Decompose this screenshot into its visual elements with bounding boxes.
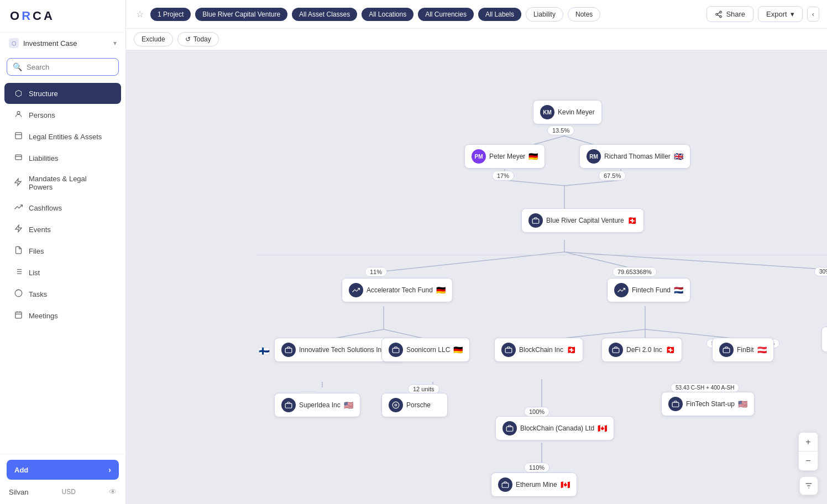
blockchain-canada-icon	[503, 421, 517, 435]
sidebar-item-tasks[interactable]: Tasks	[4, 284, 121, 305]
filter-icon	[804, 481, 813, 490]
defi-label: DeFi 2.0 Inc	[626, 346, 662, 354]
node-richard-miller[interactable]: RM Richard Thomas Miller 🇬🇧	[579, 144, 690, 169]
node-ubs[interactable]: $ UBS Account BLCV	[821, 327, 827, 352]
node-peter-meyer[interactable]: PM Peter Meyer 🇩🇪	[464, 144, 545, 169]
ncc-percentage-badge: 30% ECON + 50% LEG	[814, 267, 827, 276]
asset-classes-chip[interactable]: All Asset Classes	[292, 8, 357, 21]
sidebar-item-list[interactable]: List	[4, 262, 121, 283]
blockchain-inc-flag: 🇨🇭	[567, 345, 576, 354]
porsche-icon	[389, 398, 403, 412]
eye-icon[interactable]: 👁	[109, 487, 117, 496]
node-etherum[interactable]: Etherum Mine 🇨🇦	[491, 473, 577, 497]
zoom-in-button[interactable]: +	[799, 433, 818, 452]
project-chip[interactable]: 1 Project	[150, 8, 191, 21]
user-currency: USD	[62, 488, 76, 496]
exclude-button[interactable]: Exclude	[134, 32, 173, 46]
node-finbit[interactable]: FinBit 🇦🇹	[712, 338, 774, 362]
export-button[interactable]: Export ▾	[758, 6, 803, 22]
svg-rect-58	[672, 402, 679, 407]
node-kevin-meyer[interactable]: KM Kevin Meyer	[533, 100, 602, 124]
sidebar-item-liabilities[interactable]: Liabilities	[4, 148, 121, 169]
notes-chip[interactable]: Notes	[568, 7, 600, 22]
filter-button[interactable]	[799, 476, 818, 495]
search-input[interactable]	[27, 63, 113, 71]
today-label: Today	[193, 35, 211, 43]
user-row: Silvan USD 👁	[7, 485, 119, 498]
node-defi[interactable]: DeFi 2.0 Inc 🇨🇭	[601, 338, 682, 362]
svg-line-29	[505, 180, 564, 186]
node-blockchain-inc[interactable]: BlockChain Inc 🇨🇭	[494, 338, 583, 362]
blue-river-icon	[528, 213, 543, 228]
accelerator-icon	[349, 283, 363, 297]
svg-point-19	[716, 13, 718, 15]
svg-point-20	[720, 15, 722, 18]
blue-river-flag: 🇨🇭	[627, 216, 637, 225]
node-blockchain-canada[interactable]: BlockChain (Canada) Ltd 🇨🇦	[495, 416, 614, 440]
sidebar: ORCA ⬡ Investment Case ▾ 🔍 ⬡ Structure P…	[0, 0, 126, 504]
add-button-label: Add	[14, 466, 28, 474]
labels-chip[interactable]: All Labels	[478, 8, 521, 21]
investment-case-label: Investment Case	[23, 39, 77, 48]
kevin-percentage-badge: 13.5%	[547, 125, 574, 135]
fintech-percentage-badge: 79.653368%	[613, 267, 657, 277]
node-blue-river[interactable]: Blue River Capital Venture 🇨🇭	[521, 208, 644, 233]
search-icon: 🔍	[13, 62, 22, 71]
venture-chip[interactable]: Blue River Capital Venture	[195, 8, 287, 21]
left-side-flag: 🇫🇮	[259, 346, 270, 356]
sidebar-item-cashflows-label: Cashflows	[29, 204, 62, 212]
today-button[interactable]: ↺ Today	[177, 32, 219, 46]
svg-marker-5	[15, 179, 21, 186]
svg-rect-50	[392, 348, 399, 353]
investment-case-selector[interactable]: ⬡ Investment Case ▾	[0, 32, 125, 54]
star-button[interactable]: ☆	[134, 7, 146, 22]
svg-point-13	[15, 290, 22, 297]
kevin-meyer-label: Kevin Meyer	[558, 108, 595, 116]
node-porsche[interactable]: Porsche	[381, 393, 448, 417]
canvas[interactable]: KM Kevin Meyer 13.5% PM Peter Meyer 🇩🇪 1…	[126, 50, 827, 504]
sidebar-item-mandates[interactable]: Mandates & Legal Powers	[4, 169, 121, 197]
peter-meyer-label: Peter Meyer	[489, 153, 525, 160]
sidebar-item-persons[interactable]: Persons	[4, 104, 121, 125]
main-content: ☆ 1 Project Blue River Capital Venture A…	[126, 0, 827, 504]
sidebar-item-cashflows[interactable]: Cashflows	[4, 197, 121, 218]
svg-rect-59	[502, 483, 509, 487]
node-fintech-startup[interactable]: FinTech Start-up 🇺🇸	[661, 392, 755, 416]
list-icon	[13, 267, 23, 277]
accelerator-label: Accelerator Tech Fund	[367, 286, 433, 294]
connection-lines	[126, 50, 827, 504]
node-fintech-fund[interactable]: Fintech Fund 🇳🇱	[607, 278, 690, 302]
nav-section: ⬡ Structure Persons Legal Entities & Ass…	[0, 80, 125, 454]
sidebar-item-events[interactable]: Events	[4, 219, 121, 240]
svg-rect-53	[723, 348, 730, 353]
add-button[interactable]: Add ›	[7, 460, 119, 480]
liability-chip[interactable]: Liability	[526, 7, 563, 22]
svg-rect-1	[15, 133, 21, 139]
sidebar-item-meetings[interactable]: Meetings	[4, 305, 121, 326]
share-button[interactable]: Share	[706, 6, 753, 22]
etherum-label: Etherum Mine	[516, 481, 557, 489]
sidebar-item-files[interactable]: Files	[4, 240, 121, 261]
nav-arrow-button[interactable]: ‹	[807, 7, 819, 22]
soonicorn-label: Soonicorn LLC	[406, 346, 450, 354]
node-soonicorn[interactable]: Soonicorn LLC 🇩🇪	[381, 338, 470, 362]
peter-percentage-badge: 17%	[492, 171, 514, 181]
superidea-label: SuperIdea Inc	[299, 401, 341, 409]
sidebar-item-legal-entities[interactable]: Legal Entities & Assets	[4, 126, 121, 147]
export-chevron-icon: ▾	[791, 10, 794, 18]
sidebar-item-files-label: Files	[29, 247, 44, 255]
zoom-out-button[interactable]: −	[799, 452, 818, 470]
etherum-icon	[498, 477, 512, 492]
currencies-chip[interactable]: All Currencies	[418, 8, 474, 21]
cashflows-icon	[13, 203, 23, 213]
sidebar-item-structure[interactable]: ⬡ Structure	[4, 83, 121, 104]
blue-river-label: Blue River Capital Venture	[546, 217, 624, 224]
fintech-fund-label: Fintech Fund	[632, 286, 671, 294]
svg-rect-52	[613, 348, 619, 353]
toolbar2: Exclude ↺ Today	[126, 29, 827, 50]
fintech-startup-label: FinTech Start-up	[686, 400, 735, 408]
node-accelerator[interactable]: Accelerator Tech Fund 🇩🇪	[342, 278, 453, 302]
locations-chip[interactable]: All Locations	[362, 8, 414, 21]
share-label: Share	[726, 10, 745, 18]
node-superidea[interactable]: SuperIdea Inc 🇺🇸	[274, 393, 360, 417]
